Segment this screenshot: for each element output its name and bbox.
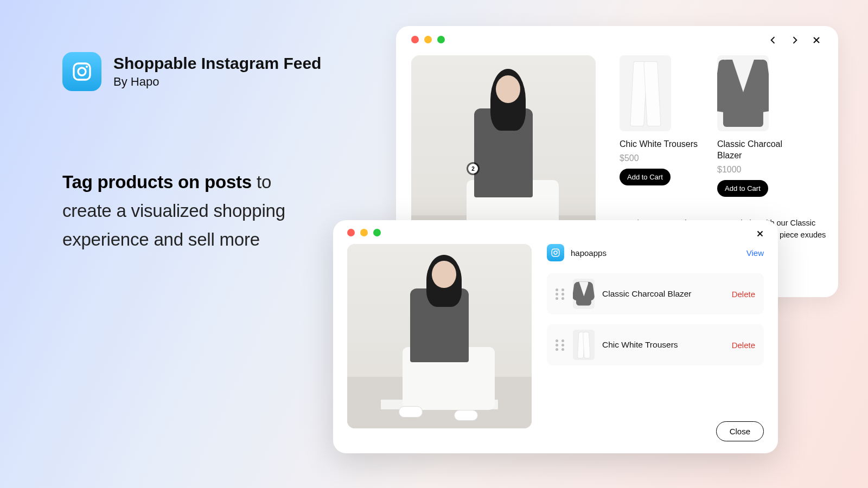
product-thumb-trousers (620, 55, 671, 131)
svg-point-1 (78, 68, 86, 75)
headline-bold: Tag products on posts (62, 172, 252, 192)
delete-button[interactable]: Delete (732, 290, 755, 299)
product-name: Classic Charcoal Blazer (717, 139, 799, 162)
tagged-product-name: Chic White Trousers (602, 340, 724, 350)
tagged-product-row[interactable]: Classic Charcoal Blazer Delete (547, 273, 764, 314)
tag-editor-window: hapoapps View Classic Charcoal Blazer De… (333, 220, 778, 453)
app-title: Shoppable Instagram Feed (113, 54, 321, 73)
product-thumb-trousers (573, 330, 595, 360)
prev-button[interactable] (767, 34, 780, 47)
account-username: hapoapps (571, 248, 740, 258)
traffic-minimize-icon[interactable] (424, 36, 432, 43)
instagram-icon (547, 244, 564, 261)
product-price: $1000 (717, 165, 799, 175)
svg-rect-0 (74, 63, 90, 80)
traffic-minimize-icon[interactable] (360, 229, 368, 236)
product-thumb-blazer (573, 279, 595, 309)
delete-button[interactable]: Delete (732, 341, 755, 350)
window-traffic-lights (411, 36, 823, 43)
tagged-product-name: Classic Charcoal Blazer (602, 289, 724, 299)
headline: Tag products on posts to create a visual… (62, 168, 301, 254)
add-to-cart-button[interactable]: Add to Cart (620, 169, 671, 185)
app-logo-icon (62, 52, 101, 91)
drag-handle-icon[interactable] (556, 339, 565, 351)
close-button[interactable]: Close (716, 421, 764, 441)
add-to-cart-button[interactable]: Add to Cart (717, 180, 768, 197)
app-byline: By Hapo (113, 75, 321, 89)
traffic-zoom-icon[interactable] (437, 36, 445, 43)
close-button[interactable] (810, 34, 823, 47)
product-thumb-blazer (717, 55, 769, 131)
traffic-close-icon[interactable] (411, 36, 419, 43)
svg-rect-7 (552, 249, 559, 256)
drag-handle-icon[interactable] (556, 288, 565, 300)
traffic-close-icon[interactable] (347, 229, 355, 236)
product-price: $500 (620, 153, 701, 163)
next-button[interactable] (788, 34, 801, 47)
traffic-zoom-icon[interactable] (373, 229, 381, 236)
svg-point-2 (86, 66, 88, 68)
product-tag-badge[interactable]: 2 (468, 164, 478, 174)
tagged-product-row[interactable]: Chic White Trousers Delete (547, 324, 764, 365)
view-link[interactable]: View (746, 248, 764, 258)
product-name: Chic White Trousers (620, 139, 701, 150)
window-traffic-lights (347, 229, 764, 236)
svg-point-9 (557, 250, 558, 251)
post-photo[interactable] (347, 244, 532, 428)
modal-close-button[interactable] (755, 229, 765, 241)
svg-point-8 (554, 251, 557, 254)
